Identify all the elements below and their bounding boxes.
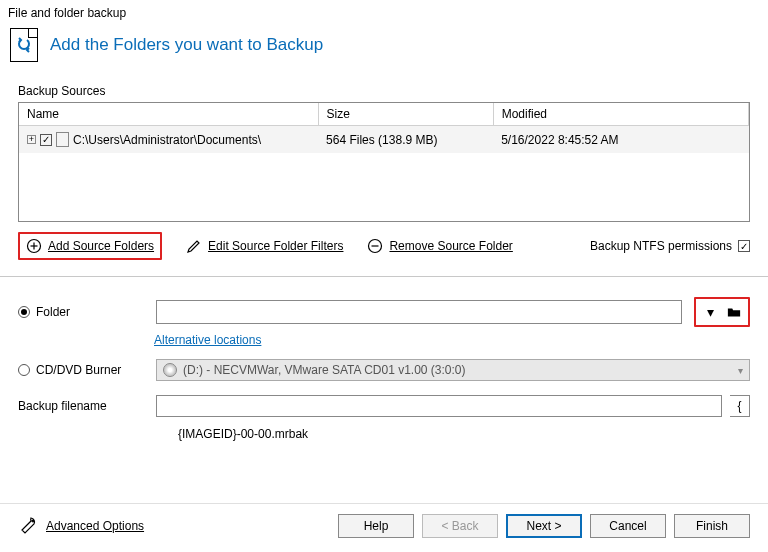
divider xyxy=(0,276,768,277)
folder-radio[interactable] xyxy=(18,306,30,318)
highlight-folder-buttons: ▾ xyxy=(694,297,750,327)
folder-path-input[interactable] xyxy=(156,300,682,324)
history-dropdown-icon[interactable]: ▾ xyxy=(700,302,720,322)
actions-bar: Add Source Folders Edit Source Folder Fi… xyxy=(0,222,768,272)
back-button: < Back xyxy=(422,514,498,538)
sources-table: Name Size Modified + ✓ C:\Users\Administ… xyxy=(18,102,750,222)
col-size[interactable]: Size xyxy=(318,103,493,126)
help-button[interactable]: Help xyxy=(338,514,414,538)
highlight-add-source: Add Source Folders xyxy=(18,232,162,260)
plus-circle-icon xyxy=(26,238,42,254)
backup-filename-input[interactable] xyxy=(156,395,722,417)
col-modified[interactable]: Modified xyxy=(493,103,748,126)
folder-row: Folder ▾ xyxy=(0,293,768,331)
insert-token-button[interactable]: { xyxy=(730,395,750,417)
wrench-icon xyxy=(18,516,38,536)
backup-file-icon xyxy=(10,28,38,62)
finish-button[interactable]: Finish xyxy=(674,514,750,538)
folder-file-icon xyxy=(56,132,69,147)
expand-icon[interactable]: + xyxy=(27,135,36,144)
folder-label: Folder xyxy=(36,305,70,319)
advanced-label: Advanced Options xyxy=(46,519,144,533)
browse-folder-icon[interactable] xyxy=(724,302,744,322)
pencil-icon xyxy=(186,238,202,254)
ntfs-label: Backup NTFS permissions xyxy=(590,239,732,253)
remove-source-label: Remove Source Folder xyxy=(389,239,512,253)
next-button[interactable]: Next > xyxy=(506,514,582,538)
row-checkbox[interactable]: ✓ xyxy=(40,134,52,146)
alternative-locations-link[interactable]: Alternative locations xyxy=(154,331,261,355)
filename-template: {IMAGEID}-00-00.mrbak xyxy=(178,421,768,447)
minus-circle-icon xyxy=(367,238,383,254)
backup-sources-label: Backup Sources xyxy=(0,70,768,102)
filename-label: Backup filename xyxy=(18,399,107,413)
row-modified: 5/16/2022 8:45:52 AM xyxy=(493,126,748,154)
cd-radio[interactable] xyxy=(18,364,30,376)
remove-source-link[interactable]: Remove Source Folder xyxy=(367,238,512,254)
ntfs-checkbox[interactable]: ✓ xyxy=(738,240,750,252)
chevron-down-icon: ▾ xyxy=(738,365,743,376)
ntfs-permissions-toggle[interactable]: Backup NTFS permissions ✓ xyxy=(590,239,750,253)
advanced-options-link[interactable]: Advanced Options xyxy=(18,516,144,536)
add-source-folders-link[interactable]: Add Source Folders xyxy=(26,238,154,254)
disc-icon xyxy=(163,363,177,377)
cancel-button[interactable]: Cancel xyxy=(590,514,666,538)
edit-source-filters-link[interactable]: Edit Source Folder Filters xyxy=(186,238,343,254)
add-source-label: Add Source Folders xyxy=(48,239,154,253)
footer: Advanced Options Help < Back Next > Canc… xyxy=(0,503,768,552)
cd-value: (D:) - NECVMWar, VMware SATA CD01 v1.00 … xyxy=(183,363,466,377)
edit-source-label: Edit Source Folder Filters xyxy=(208,239,343,253)
cd-drive-select[interactable]: (D:) - NECVMWar, VMware SATA CD01 v1.00 … xyxy=(156,359,750,381)
col-name[interactable]: Name xyxy=(19,103,318,126)
filename-row: Backup filename { xyxy=(0,391,768,421)
table-row[interactable]: + ✓ C:\Users\Administrator\Documents\ 56… xyxy=(19,126,749,154)
window-title: File and folder backup xyxy=(0,0,768,24)
header: Add the Folders you want to Backup xyxy=(0,24,768,70)
row-path: C:\Users\Administrator\Documents\ xyxy=(73,133,261,147)
cd-label: CD/DVD Burner xyxy=(36,363,121,377)
cd-row: CD/DVD Burner (D:) - NECVMWar, VMware SA… xyxy=(0,355,768,385)
page-title: Add the Folders you want to Backup xyxy=(50,35,323,55)
row-size: 564 Files (138.9 MB) xyxy=(318,126,493,154)
